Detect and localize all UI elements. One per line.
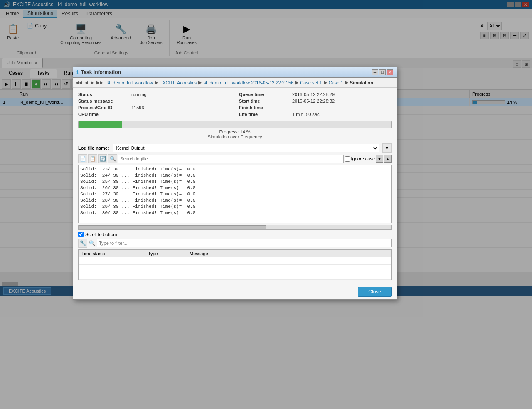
scroll-to-bottom-label: Scroll to bottom — [85, 232, 117, 237]
msg-row-1 — [79, 257, 391, 265]
dialog-close-row: Close — [73, 284, 397, 299]
msg-type-1 — [145, 257, 187, 265]
breadcrumb-item-5: Simulation — [350, 80, 373, 85]
message-table-container: Time stamp Type Message — [78, 249, 392, 280]
queue-time-row: Queue time 2016-05-12 22:28:29 — [239, 92, 392, 97]
status-label: Status — [78, 92, 128, 97]
log-line-5: Solid: 28/ 30 ....Finished! Time(s)= 0.0 — [80, 197, 389, 204]
progress-bar-fill — [79, 121, 122, 128]
process-grid-value: 11596 — [131, 105, 144, 110]
log-next-result-button[interactable]: ▲ — [384, 155, 392, 163]
filter-wrench-button[interactable]: 🔧 — [78, 239, 87, 248]
dialog-minimize-button[interactable]: ─ — [372, 69, 378, 75]
breadcrumb-bar: ◀◀ ◀ ▶ ▶▶ I4_demo_full_workflow ▶ EXCITE… — [73, 78, 397, 88]
msg-col-type: Type — [145, 250, 187, 257]
msg-row-2 — [79, 265, 391, 272]
finish-time-label: Finish time — [239, 105, 289, 110]
progress-container: Progress: 14 % Simulation over Frequency — [78, 121, 392, 139]
breadcrumb-arrow-3: ▶ — [324, 80, 327, 85]
life-time-label: Life time — [239, 112, 289, 117]
msg-timestamp-1 — [79, 257, 145, 265]
log-file-row: Log file name: Kernel Output ▼ — [78, 143, 392, 153]
log-output[interactable]: Solid: 23/ 30 ....Finished! Time(s)= 0.0… — [78, 165, 392, 223]
finish-time-row: Finish time — [239, 105, 392, 110]
modal-overlay: ℹ Task information ─ □ ✕ ◀◀ ◀ ▶ ▶▶ I4_de… — [0, 0, 532, 409]
msg-type-2 — [145, 265, 187, 272]
filter-row-msg: 🔧 🔍 — [78, 239, 392, 248]
dialog-body: Status running Queue time 2016-05-12 22:… — [73, 88, 397, 284]
dialog-titlebar: ℹ Task information ─ □ ✕ — [73, 67, 397, 78]
message-table: Time stamp Type Message — [79, 250, 391, 280]
breadcrumb-arrow-1: ▶ — [198, 80, 202, 85]
log-line-3: Solid: 26/ 30 ....Finished! Time(s)= 0.0 — [80, 185, 389, 191]
breadcrumb-item-0[interactable]: I4_demo_full_workflow — [106, 80, 153, 85]
ignore-case-checkbox[interactable] — [345, 156, 350, 162]
log-dropdown-button[interactable]: ▼ — [382, 143, 392, 153]
breadcrumb-item-2[interactable]: I4_demo_full_workflow 2016-05-12 22:27:5… — [203, 80, 293, 85]
msg-message-3 — [187, 272, 391, 280]
dialog-close-btn[interactable]: Close — [358, 287, 392, 297]
queue-time-label: Queue time — [239, 92, 289, 97]
log-search-input[interactable] — [118, 155, 344, 163]
log-open-button[interactable]: 📄 — [78, 154, 87, 163]
log-line-2: Solid: 25/ 30 ....Finished! Time(s)= 0.0 — [80, 179, 389, 185]
msg-message-2 — [187, 265, 391, 272]
msg-col-timestamp: Time stamp — [79, 250, 145, 257]
msg-timestamp-3 — [79, 272, 145, 280]
scroll-to-bottom-checkbox[interactable] — [78, 232, 84, 237]
log-refresh-button[interactable]: 🔄 — [98, 154, 107, 163]
filter-input[interactable] — [97, 239, 392, 247]
breadcrumb-back-button[interactable]: ◀◀ — [75, 80, 83, 85]
msg-row-3 — [79, 272, 391, 280]
progress-bar-outer — [78, 121, 392, 128]
log-prev-result-button[interactable]: ▼ — [376, 155, 383, 163]
log-file-select[interactable]: Kernel Output — [113, 144, 379, 152]
log-line-7: Solid: 30/ 30 ....Finished! Time(s)= 0.0 — [80, 210, 389, 216]
simulation-label: Simulation over Frequency — [78, 134, 392, 139]
log-line-1: Solid: 24/ 30 ....Finished! Time(s)= 0.0 — [80, 172, 389, 179]
life-time-value: 1 min, 50 sec — [292, 112, 319, 117]
filter-search-icon: 🔍 — [89, 240, 95, 246]
scroll-to-bottom-row: Scroll to bottom — [78, 232, 392, 237]
log-file-label: Log file name: — [78, 145, 109, 150]
status-grid: Status running Queue time 2016-05-12 22:… — [78, 92, 392, 117]
status-row: Status running — [78, 92, 231, 97]
status-value: running — [131, 92, 147, 97]
breadcrumb-nav: ◀◀ ◀ ▶ ▶▶ — [75, 80, 104, 85]
log-toolbar: 📄 📋 🔄 🔍 Ignore case ▼ ▲ — [78, 154, 392, 163]
life-time-row: Life time 1 min, 50 sec — [239, 112, 392, 117]
breadcrumb-arrow-4: ▶ — [345, 80, 348, 85]
log-copy-button[interactable]: 📋 — [88, 154, 97, 163]
dialog-close-button[interactable]: ✕ — [387, 69, 393, 75]
task-dialog: ℹ Task information ─ □ ✕ ◀◀ ◀ ▶ ▶▶ I4_de… — [73, 67, 397, 300]
breadcrumb-item-3[interactable]: Case set 1 — [300, 80, 322, 85]
breadcrumb-next-button[interactable]: ▶ — [90, 80, 95, 85]
breadcrumb-item-4[interactable]: Case 1 — [329, 80, 343, 85]
status-message-row: Status message — [78, 99, 231, 103]
cpu-time-row: CPU time — [78, 112, 231, 117]
log-search-button[interactable]: 🔍 — [108, 154, 117, 163]
dialog-maximize-button[interactable]: □ — [379, 69, 386, 75]
start-time-value: 2016-05-12 22:28:32 — [292, 99, 335, 103]
log-line-0: Solid: 23/ 30 ....Finished! Time(s)= 0.0 — [80, 166, 389, 172]
ignore-case-label: Ignore case — [345, 156, 375, 162]
log-line-6: Solid: 29/ 30 ....Finished! Time(s)= 0.0 — [80, 204, 389, 210]
breadcrumb-item-1[interactable]: EXCITE Acoustics — [160, 80, 197, 85]
cpu-time-label: CPU time — [78, 112, 128, 117]
start-time-row: Start time 2016-05-12 22:28:32 — [239, 99, 392, 103]
msg-col-message: Message — [187, 250, 391, 257]
log-hscroll-thumb[interactable] — [79, 225, 266, 229]
breadcrumb-forward-button[interactable]: ▶▶ — [96, 80, 104, 85]
msg-type-3 — [145, 272, 187, 280]
process-grid-label: Process/Grid ID — [78, 105, 128, 110]
process-grid-row: Process/Grid ID 11596 — [78, 105, 231, 110]
msg-message-1 — [187, 257, 391, 265]
breadcrumb-arrow-2: ▶ — [295, 80, 298, 85]
start-time-label: Start time — [239, 99, 289, 103]
log-section: Log file name: Kernel Output ▼ 📄 📋 🔄 🔍 — [78, 143, 392, 280]
status-message-label: Status message — [78, 99, 128, 103]
dialog-title-controls: ─ □ ✕ — [372, 69, 393, 75]
breadcrumb-prev-button[interactable]: ◀ — [84, 80, 89, 85]
log-hscrollbar[interactable] — [78, 225, 392, 230]
queue-time-value: 2016-05-12 22:28:29 — [292, 92, 335, 97]
